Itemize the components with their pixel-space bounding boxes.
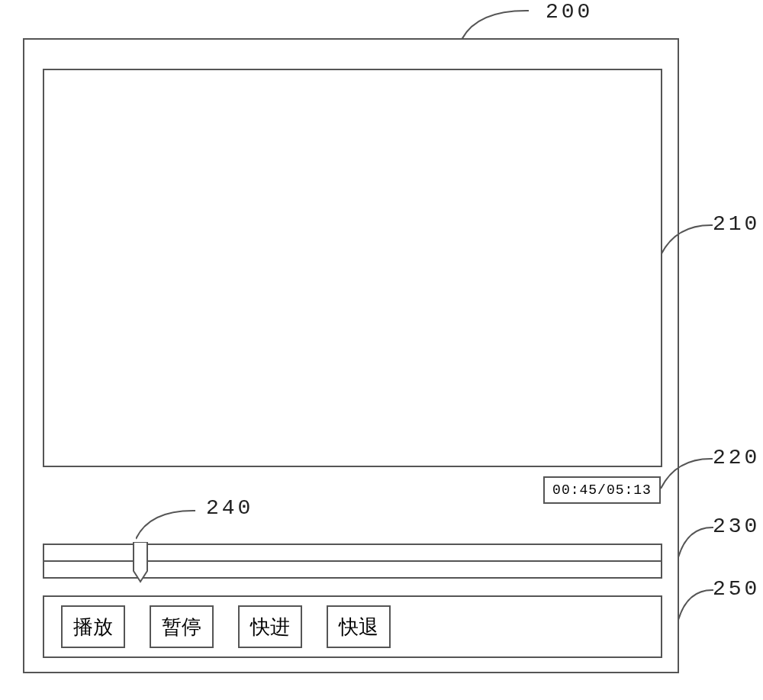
ref-label-250: 250 [713,577,760,601]
player-frame: 00:45/05:13 播放 暂停 快进 快退 [23,38,679,673]
leader-250 [678,586,715,621]
progress-slider-handle[interactable] [131,542,150,583]
ref-label-220: 220 [713,446,760,469]
controls-bar: 播放 暂停 快进 快退 [43,595,662,658]
slider-icon [131,542,150,583]
ref-label-210: 210 [713,212,760,236]
ref-label-240: 240 [206,496,253,520]
time-display: 00:45/05:13 [543,476,661,504]
fast-forward-button[interactable]: 快进 [238,605,302,648]
pause-button[interactable]: 暂停 [150,605,214,648]
progress-bar[interactable] [43,544,662,579]
leader-230 [678,524,715,559]
ref-label-230: 230 [713,515,760,538]
play-button[interactable]: 播放 [61,605,125,648]
time-text: 00:45/05:13 [552,482,652,498]
leader-200 [462,6,530,40]
video-display [43,69,662,467]
rewind-button[interactable]: 快退 [327,605,391,648]
ref-label-200: 200 [546,0,593,24]
